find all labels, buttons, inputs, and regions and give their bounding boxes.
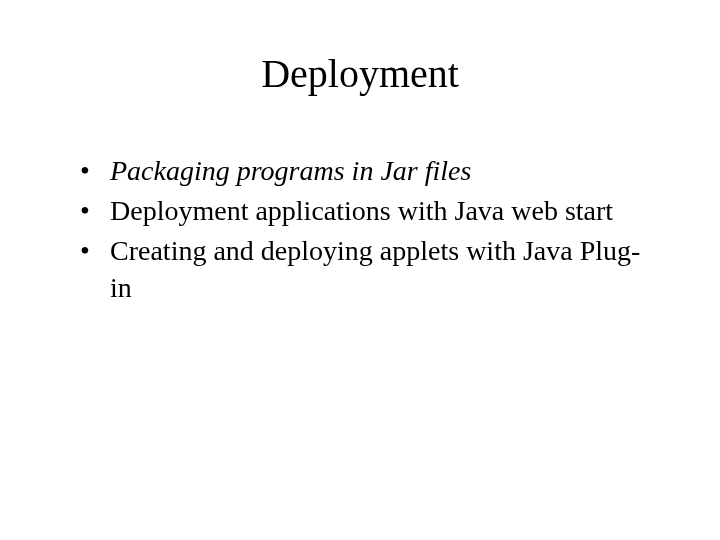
bullet-text: Deployment applications with Java web st… bbox=[110, 195, 613, 226]
bullet-text: Creating and deploying applets with Java… bbox=[110, 235, 640, 304]
list-item: Packaging programs in Jar files bbox=[80, 152, 660, 190]
list-item: Creating and deploying applets with Java… bbox=[80, 232, 660, 308]
bullet-text: Packaging programs in Jar files bbox=[110, 155, 471, 186]
slide-title: Deployment bbox=[60, 50, 660, 97]
bullet-list: Packaging programs in Jar files Deployme… bbox=[60, 152, 660, 307]
list-item: Deployment applications with Java web st… bbox=[80, 192, 660, 230]
slide-container: Deployment Packaging programs in Jar fil… bbox=[0, 0, 720, 540]
